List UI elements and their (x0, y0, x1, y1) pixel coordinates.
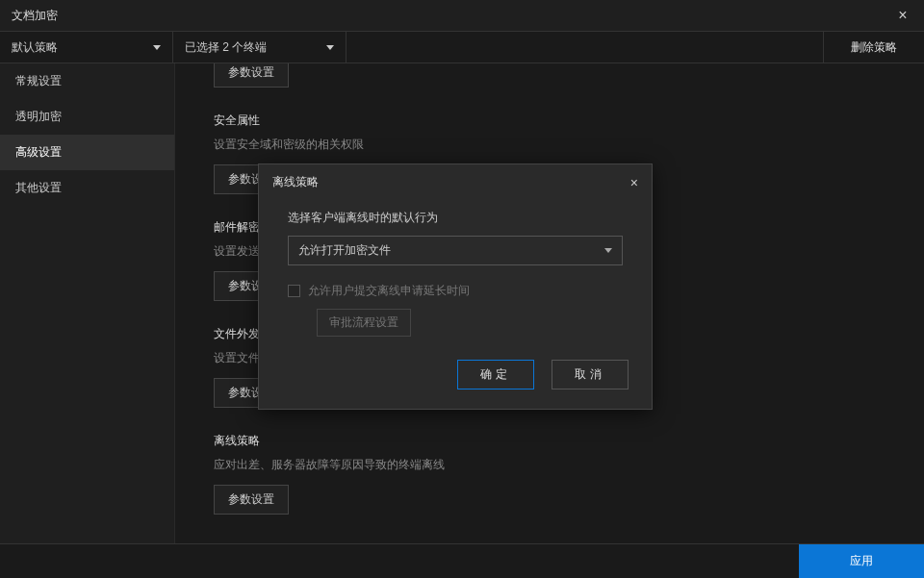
allow-extend-checkbox[interactable]: 允许用户提交离线申请延长时间 (288, 283, 623, 299)
sidebar-item-label: 其他设置 (15, 181, 62, 194)
sidebar-item-transparent[interactable]: 透明加密 (0, 99, 174, 135)
toolbar: 默认策略 已选择 2 个终端 删除策略 (0, 31, 924, 63)
ok-button[interactable]: 确定 (457, 360, 534, 390)
sidebar-item-advanced[interactable]: 高级设置 (0, 135, 174, 170)
chevron-down-icon (153, 45, 161, 50)
policy-select-label: 默认策略 (12, 39, 58, 56)
sidebar-item-label: 常规设置 (15, 74, 62, 88)
policy-select[interactable]: 默认策略 (0, 32, 173, 63)
approval-flow-button: 审批流程设置 (317, 309, 411, 337)
sidebar-item-label: 高级设置 (15, 145, 62, 159)
sidebar-item-other[interactable]: 其他设置 (0, 170, 174, 206)
checkbox-box (288, 285, 300, 297)
sidebar: 常规设置 透明加密 高级设置 其他设置 (0, 63, 175, 543)
apply-button[interactable]: 应用 (799, 544, 924, 578)
window-title: 文档加密 (12, 8, 58, 24)
section-title: 离线策略 (214, 433, 924, 449)
modal-body: 选择客户端离线时的默认行为 允许打开加密文件 允许用户提交离线申请延长时间 审批… (259, 200, 652, 340)
sidebar-item-label: 透明加密 (15, 110, 62, 123)
modal-header: 离线策略 × (259, 164, 652, 200)
select-value: 允许打开加密文件 (298, 242, 391, 259)
cancel-button[interactable]: 取消 (552, 360, 629, 390)
checkbox-label: 允许用户提交离线申请延长时间 (308, 283, 470, 299)
sidebar-item-general[interactable]: 常规设置 (0, 63, 174, 99)
param-button[interactable]: 参数设置 (214, 485, 289, 515)
section-offline: 离线策略 应对出差、服务器故障等原因导致的终端离线 参数设置 (214, 433, 924, 515)
chevron-down-icon (326, 45, 334, 50)
section-desc: 设置安全域和密级的相关权限 (214, 137, 924, 153)
terminal-select-label: 已选择 2 个终端 (185, 39, 267, 56)
delete-policy-button[interactable]: 删除策略 (823, 32, 924, 63)
offline-behavior-select[interactable]: 允许打开加密文件 (288, 236, 623, 265)
modal-select-label: 选择客户端离线时的默认行为 (288, 210, 623, 226)
close-icon[interactable]: × (630, 175, 638, 190)
section-desc: 应对出差、服务器故障等原因导致的终端离线 (214, 457, 924, 473)
chevron-down-icon (604, 248, 612, 253)
offline-policy-modal: 离线策略 × 选择客户端离线时的默认行为 允许打开加密文件 允许用户提交离线申请… (258, 163, 653, 410)
modal-title: 离线策略 (272, 174, 319, 190)
close-icon[interactable]: × (893, 7, 912, 24)
toolbar-spacer (346, 32, 823, 63)
section-title: 安全属性 (214, 113, 924, 129)
titlebar: 文档加密 × (0, 0, 924, 31)
param-button[interactable]: 参数设置 (214, 63, 289, 88)
modal-actions: 确定 取消 (259, 340, 652, 409)
terminal-select[interactable]: 已选择 2 个终端 (173, 32, 346, 63)
footer: 应用 (0, 543, 924, 578)
